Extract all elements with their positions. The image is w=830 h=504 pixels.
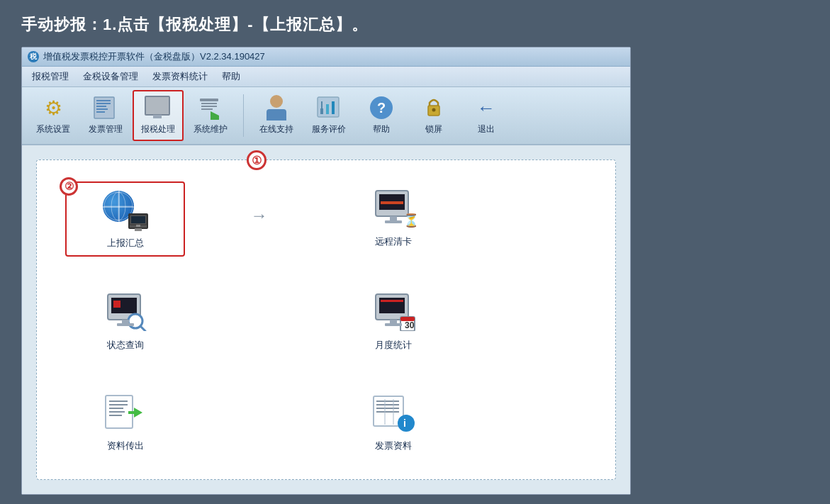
btn-settings[interactable]: ⚙ 系统设置 <box>28 91 79 140</box>
svg-rect-13 <box>320 108 323 114</box>
status-query-label: 状态查询 <box>107 339 144 352</box>
back-icon: ← <box>473 94 500 121</box>
svg-rect-53 <box>128 411 135 414</box>
upload-summary-label: 上报汇总 <box>107 237 144 250</box>
svg-rect-28 <box>390 216 397 220</box>
menu-bar: 报税管理 金税设备管理 发票资料统计 帮助 <box>22 67 630 87</box>
svg-rect-47 <box>109 401 128 402</box>
instruction-text: 手动抄报：1.点击【报税处理】-【上报汇总】。 <box>21 14 809 35</box>
svg-rect-15 <box>332 101 335 114</box>
lock-icon <box>420 94 447 121</box>
btn-online[interactable]: 在线支持 <box>251 91 302 140</box>
menu-device[interactable]: 金税设备管理 <box>76 68 145 85</box>
main-content: ① ② <box>22 145 630 494</box>
svg-rect-5 <box>96 111 105 113</box>
btn-service[interactable]: 服务评价 <box>303 91 354 140</box>
taxprocess-icon <box>145 94 172 121</box>
app-icon: 税 <box>28 51 39 62</box>
arrow-connector: → <box>199 194 319 225</box>
svg-rect-37 <box>117 323 134 326</box>
svg-rect-3 <box>96 106 106 107</box>
toolbar: ⚙ 系统设置 发票管理 <box>22 87 630 145</box>
monthly-stats-item[interactable]: 30 月度统计 <box>333 285 453 357</box>
sysmaint-icon <box>197 94 224 121</box>
svg-rect-44 <box>390 320 397 323</box>
svg-rect-29 <box>385 220 402 223</box>
svg-rect-23 <box>131 216 145 223</box>
badge-1: ① <box>247 150 267 170</box>
svg-text:i: i <box>403 418 406 429</box>
btn-lock-label: 锁屏 <box>425 123 442 135</box>
btn-exit-label: 退出 <box>478 123 495 135</box>
svg-rect-4 <box>96 108 108 110</box>
monthly-stats-icon: 30 <box>369 291 418 333</box>
svg-text:⏳: ⏳ <box>403 213 416 228</box>
svg-rect-33 <box>113 301 120 308</box>
svg-rect-9 <box>201 108 213 110</box>
help-icon: ? <box>368 94 395 121</box>
status-query-icon <box>101 291 150 333</box>
online-support-icon <box>263 94 290 121</box>
outer-background: 手动抄报：1.点击【报税处理】-【上报汇总】。 税 增值税发票税控开票软件（金税… <box>0 0 830 504</box>
svg-rect-27 <box>381 201 403 204</box>
svg-text:30: 30 <box>405 320 415 330</box>
svg-rect-57 <box>376 408 399 409</box>
remote-clear-item[interactable]: ⏳ 远程清卡 <box>333 181 453 254</box>
svg-rect-49 <box>109 408 123 409</box>
svg-rect-36 <box>122 320 129 323</box>
svg-rect-50 <box>109 411 125 413</box>
btn-help[interactable]: ? 帮助 <box>356 91 407 140</box>
svg-point-17 <box>432 108 436 112</box>
svg-rect-2 <box>96 103 111 104</box>
svg-rect-58 <box>376 411 399 413</box>
toolbar-divider <box>243 94 244 137</box>
invoice-info-item[interactable]: i 发票资料 <box>333 386 453 458</box>
svg-rect-6 <box>200 99 218 101</box>
svg-rect-51 <box>109 415 122 416</box>
invoice-info-icon: i <box>369 391 418 434</box>
menu-invoice-stat[interactable]: 发票资料统计 <box>145 68 215 85</box>
menu-help[interactable]: 帮助 <box>215 68 247 85</box>
invoice-icon <box>92 94 119 121</box>
data-upload-item[interactable]: 资料传出 <box>65 386 185 458</box>
badge-2: ② <box>60 177 78 196</box>
svg-rect-24 <box>136 225 140 227</box>
service-eval-icon <box>315 94 342 121</box>
svg-rect-14 <box>326 104 329 114</box>
upload-summary-item[interactable]: ② <box>65 181 185 257</box>
app-title: 增值税发票税控开票软件（金税盘版）V2.2.34.190427 <box>43 50 265 63</box>
remote-clear-icon: ⏳ <box>369 187 418 230</box>
btn-sysmaint-label: 系统维护 <box>194 123 228 135</box>
settings-icon: ⚙ <box>40 94 67 121</box>
content-panel: ① ② <box>36 159 616 480</box>
data-upload-icon <box>101 391 150 434</box>
svg-rect-56 <box>376 404 399 405</box>
svg-rect-8 <box>201 106 217 107</box>
svg-rect-48 <box>109 404 128 405</box>
svg-marker-10 <box>211 111 219 120</box>
btn-taxprocess[interactable]: 报税处理 <box>133 90 184 141</box>
status-query-item[interactable]: 状态查询 <box>65 285 185 357</box>
upload-summary-icon <box>101 189 150 231</box>
svg-line-35 <box>140 326 145 331</box>
app-window: 税 增值税发票税控开票软件（金税盘版）V2.2.34.190427 报税管理 金… <box>21 47 631 495</box>
data-upload-label: 资料传出 <box>107 439 144 452</box>
btn-lock[interactable]: 锁屏 <box>408 91 459 140</box>
remote-clear-label: 远程清卡 <box>375 235 412 248</box>
btn-invoice-label: 发票管理 <box>89 123 123 135</box>
btn-taxprocess-label: 报税处理 <box>141 123 175 135</box>
svg-point-61 <box>398 415 415 432</box>
svg-rect-45 <box>385 323 402 326</box>
svg-rect-55 <box>376 401 399 402</box>
btn-service-label: 服务评价 <box>312 123 346 135</box>
monthly-stats-label: 月度统计 <box>375 339 412 352</box>
btn-invoice[interactable]: 发票管理 <box>80 91 131 140</box>
svg-rect-7 <box>201 103 217 104</box>
btn-settings-label: 系统设置 <box>36 123 70 135</box>
title-bar: 税 增值税发票税控开票软件（金税盘版）V2.2.34.190427 <box>22 47 630 67</box>
btn-sysmaint[interactable]: 系统维护 <box>185 91 236 140</box>
menu-tax[interactable]: 报税管理 <box>25 68 76 85</box>
svg-rect-1 <box>96 100 111 101</box>
btn-exit[interactable]: ← 退出 <box>461 91 512 140</box>
btn-online-label: 在线支持 <box>259 123 293 135</box>
